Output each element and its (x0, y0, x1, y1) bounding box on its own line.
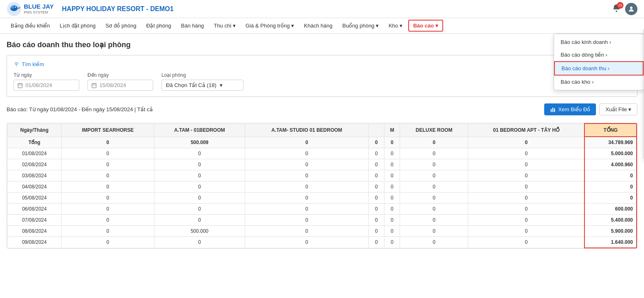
table-row: 02/08/202400000004.000.960 (7, 159, 637, 170)
header-icons: 25 (612, 3, 637, 15)
col-header-01bedroom: 01 BEDROOM APT - TÂY HỒ (468, 124, 585, 137)
nav-item-customer[interactable]: Khách hàng (300, 20, 336, 31)
search-fields: Từ ngày 01/08/2024 Đến ngày (14, 72, 630, 91)
from-date-group: Từ ngày 01/08/2024 (14, 72, 79, 91)
notification-button[interactable]: 25 (612, 4, 621, 14)
table-row: 04/08/202400000000 (7, 181, 637, 193)
nav-item-calendar[interactable]: Lịch đặt phòng (56, 20, 100, 31)
search-box: Tìm kiếm Từ ngày 01/08/2024 Đến ngày (7, 55, 637, 97)
col-header-blank (368, 124, 384, 137)
nav-item-price[interactable]: Giá & Phòng trống ▾ (242, 20, 298, 31)
dropdown-item-dt[interactable]: Báo cáo dòng tiền › (554, 48, 644, 61)
calendar-icon (17, 83, 23, 88)
baocao-dropdown: Báo cáo kinh doanh › Báo cáo dòng tiền ›… (554, 34, 644, 90)
from-date-label: Từ ngày (14, 72, 79, 78)
svg-rect-10 (18, 83, 23, 88)
avatar-button[interactable] (625, 3, 637, 15)
table-row: 03/08/202400000000 (7, 170, 637, 181)
col-header-atam-studio: A.TAM- STUDIO 01 BEDROOM (245, 124, 368, 137)
dropdown-item-kd[interactable]: Báo cáo kinh doanh › (554, 36, 644, 48)
from-date-value: 01/08/2024 (25, 82, 52, 88)
table-row: 09/08/202400000001.640.000 (7, 237, 637, 248)
svg-point-2 (10, 5, 14, 9)
table-row: 05/08/202400000000 (7, 193, 637, 204)
svg-point-5 (616, 11, 617, 12)
nav-item-map[interactable]: Sơ đồ phòng (101, 20, 140, 31)
to-date-value: 15/08/2024 (99, 82, 126, 88)
header: BLUE JAY PMS SYSTEM HAPPY HOLIDAY RESORT… (0, 0, 644, 18)
table-header-row: Ngày/Tháng IMPORT SEARHORSE A.TAM - 01BE… (7, 124, 637, 137)
data-table-wrap: Ngày/Tháng IMPORT SEARHORSE A.TAM - 01BE… (7, 123, 637, 249)
room-type-group: Loại phòng Đã Chọn Tất Cả (18) ▾ (161, 72, 244, 91)
export-button-label: Xuất File ▾ (605, 106, 631, 112)
chart-icon (550, 107, 556, 112)
to-date-label: Đến ngày (87, 72, 153, 78)
data-table: Ngày/Tháng IMPORT SEARHORSE A.TAM - 01BE… (7, 123, 637, 248)
col-header-date: Ngày/Tháng (7, 124, 62, 137)
col-header-deluxe: DELUXE ROOM (400, 124, 468, 137)
col-header-tong: TỔNG (584, 124, 637, 137)
dropdown-group-doanthu: Báo cáo doanh thu › Báo cáo doanh thu hà… (554, 61, 644, 76)
nav-item-finance[interactable]: Thu chi ▾ (209, 20, 239, 31)
brand-sub: PMS SYSTEM (24, 10, 54, 14)
nav-item-booking[interactable]: Đặt phòng (142, 20, 175, 31)
nav-item-dashboard[interactable]: Bảng điều khiển (7, 20, 54, 31)
search-label: Tìm kiếm (22, 61, 44, 67)
room-type-value: Đã Chọn Tất Cả (18) (166, 82, 216, 88)
table-row: 01/08/202400000005.000.000 (7, 148, 637, 159)
notification-badge: 25 (617, 2, 623, 9)
chart-button-label: Xem Biểu Đồ (558, 106, 590, 112)
svg-rect-14 (92, 83, 97, 88)
logo-area: BLUE JAY PMS SYSTEM (7, 2, 54, 16)
export-button[interactable]: Xuất File ▾ (599, 103, 637, 115)
view-chart-button[interactable]: Xem Biểu Đồ (544, 103, 596, 115)
logo-icon (7, 2, 21, 16)
col-header-m: M (384, 124, 400, 137)
to-date-input[interactable]: 15/08/2024 (87, 80, 153, 91)
from-date-input[interactable]: 01/08/2024 (14, 80, 79, 91)
room-type-label: Loại phòng (161, 72, 244, 78)
header-title: HAPPY HOLIDAY RESORT - DEMO1 (62, 5, 612, 13)
table-row: 08/08/20240500.000000005.900.000 (7, 226, 637, 237)
chevron-down-icon: ▾ (220, 82, 223, 88)
table-row: 06/08/20240000000600.000 (7, 204, 637, 215)
dropdown-item-kho[interactable]: Báo cáo kho › (554, 76, 644, 88)
page-content: Báo cáo doanh thu theo loại phòng Tìm ki… (0, 34, 644, 255)
filter-icon (14, 62, 19, 67)
svg-point-4 (15, 6, 16, 7)
room-type-select[interactable]: Đã Chọn Tất Cả (18) ▾ (161, 80, 244, 91)
svg-rect-19 (552, 108, 553, 112)
dropdown-item-doanthu[interactable]: Báo cáo doanh thu › (554, 61, 644, 76)
col-header-atam01: A.TAM - 01BEDROOM (154, 124, 245, 137)
to-date-group: Đến ngày 15/08/2024 (87, 72, 153, 91)
toolbar: Xem Biểu Đồ Xuất File ▾ (544, 103, 637, 115)
svg-point-6 (630, 7, 632, 9)
nav-item-report[interactable]: Báo cáo ▾ (408, 20, 443, 32)
svg-rect-20 (554, 108, 555, 112)
nav-item-warehouse[interactable]: Kho ▾ (384, 20, 407, 31)
user-icon (628, 5, 635, 13)
nav-bar: Bảng điều khiển Lịch đặt phòng Sơ đồ phò… (0, 18, 644, 34)
calendar-icon-2 (91, 83, 97, 88)
nav-item-sales[interactable]: Bán hàng (177, 20, 208, 31)
col-header-import: IMPORT SEARHORSE (62, 124, 154, 137)
search-toggle[interactable]: Tìm kiếm (14, 61, 630, 67)
brand-name: BLUE JAY (24, 3, 54, 10)
table-row: 07/08/202400000005.400.000 (7, 215, 637, 226)
page-title: Báo cáo doanh thu theo loại phòng (7, 40, 637, 49)
report-subtitle: Báo cáo: Từ ngày 01/08/2024 - Đến ngày 1… (7, 106, 153, 112)
nav-item-room[interactable]: Buổng phòng ▾ (338, 20, 383, 31)
svg-rect-18 (551, 109, 552, 112)
table-row: Tổng0500.0090000034.789.969 (7, 137, 637, 148)
